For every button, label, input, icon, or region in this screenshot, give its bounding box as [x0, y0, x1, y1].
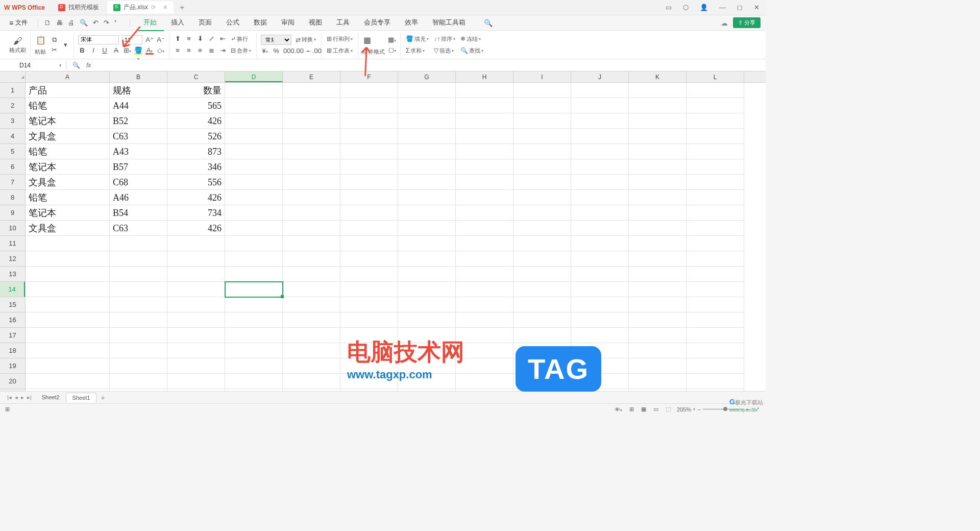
- cell-A4[interactable]: 文具盒: [26, 129, 110, 144]
- preview-icon[interactable]: 🔍: [80, 19, 88, 27]
- row-header-14[interactable]: 14: [0, 282, 25, 297]
- cell-K3[interactable]: [629, 113, 687, 129]
- cell-A19[interactable]: [26, 358, 110, 374]
- minimize-button[interactable]: —: [717, 3, 728, 12]
- cell-I4[interactable]: [513, 129, 571, 144]
- cell-K11[interactable]: [629, 236, 687, 251]
- cell-K5[interactable]: [629, 144, 687, 159]
- percent-icon[interactable]: %: [272, 47, 280, 55]
- cell-L16[interactable]: [687, 312, 744, 328]
- search-icon[interactable]: 🔍: [484, 19, 493, 27]
- col-header-H[interactable]: H: [456, 71, 513, 82]
- cell-D11[interactable]: [225, 236, 283, 251]
- cell-L5[interactable]: [687, 144, 744, 159]
- wrap-text-button[interactable]: ⤶ 换行: [230, 34, 249, 44]
- cell-C13[interactable]: [167, 267, 225, 282]
- cell-B13[interactable]: [110, 267, 167, 282]
- paste-dropdown-icon[interactable]: ▾: [61, 41, 69, 49]
- cell-J17[interactable]: [571, 328, 629, 343]
- cell-F11[interactable]: [340, 236, 398, 251]
- col-header-E[interactable]: E: [283, 71, 340, 82]
- col-header-C[interactable]: C: [167, 71, 225, 82]
- cell-E11[interactable]: [283, 236, 340, 251]
- cell-G9[interactable]: [398, 205, 456, 221]
- cell-L19[interactable]: [687, 358, 744, 374]
- cell-E2[interactable]: [283, 98, 340, 113]
- cell-E18[interactable]: [283, 343, 340, 358]
- cell-B10[interactable]: C63: [110, 221, 167, 236]
- cell-E8[interactable]: [283, 190, 340, 205]
- cell-B19[interactable]: [110, 358, 167, 374]
- cell-A11[interactable]: [26, 236, 110, 251]
- cell-J12[interactable]: [571, 251, 629, 267]
- cell-A16[interactable]: [26, 312, 110, 328]
- sheet-last-icon[interactable]: ▸|: [27, 394, 32, 401]
- col-header-I[interactable]: I: [513, 71, 571, 82]
- cell-H12[interactable]: [456, 251, 513, 267]
- menu-tab-8[interactable]: 会员专享: [357, 15, 398, 31]
- row-header-4[interactable]: 4: [0, 129, 25, 144]
- cell-F16[interactable]: [340, 312, 398, 328]
- justify-icon[interactable]: ≣: [207, 46, 215, 55]
- cell-C12[interactable]: [167, 251, 225, 267]
- cell-F5[interactable]: [340, 144, 398, 159]
- cell-G10[interactable]: [398, 221, 456, 236]
- format-table-icon[interactable]: ◻▾: [388, 46, 396, 54]
- cell-L9[interactable]: [687, 205, 744, 221]
- cell-G8[interactable]: [398, 190, 456, 205]
- cell-F17[interactable]: [340, 328, 398, 343]
- cell-D5[interactable]: [225, 144, 283, 159]
- row-header-13[interactable]: 13: [0, 267, 25, 282]
- cell-B18[interactable]: [110, 343, 167, 358]
- cell-I1[interactable]: [513, 83, 571, 98]
- cell-D13[interactable]: [225, 267, 283, 282]
- cell-C20[interactable]: [167, 374, 225, 389]
- cell-F14[interactable]: [340, 282, 398, 297]
- cell-E19[interactable]: [283, 358, 340, 374]
- cell-D7[interactable]: [225, 175, 283, 190]
- row-header-8[interactable]: 8: [0, 190, 25, 205]
- sum-button[interactable]: Σ 求和▾: [405, 46, 430, 56]
- cell-C9[interactable]: 734: [167, 205, 225, 221]
- cell-B17[interactable]: [110, 328, 167, 343]
- row-header-6[interactable]: 6: [0, 159, 25, 175]
- cell-B6[interactable]: B57: [110, 159, 167, 175]
- align-middle-icon[interactable]: ≡: [185, 35, 193, 43]
- print-icon[interactable]: 🖨: [68, 19, 75, 27]
- orientation-icon[interactable]: ⤢: [207, 35, 215, 43]
- cell-J14[interactable]: [571, 282, 629, 297]
- strikethrough-icon[interactable]: A̶: [112, 46, 120, 55]
- cell-F1[interactable]: [340, 83, 398, 98]
- cell-D16[interactable]: [225, 312, 283, 328]
- cell-D17[interactable]: [225, 328, 283, 343]
- cell-L17[interactable]: [687, 328, 744, 343]
- cell-E3[interactable]: [283, 113, 340, 129]
- cell-G7[interactable]: [398, 175, 456, 190]
- sort-button[interactable]: ↓↑ 排序▾: [433, 34, 456, 44]
- cell-E20[interactable]: [283, 374, 340, 389]
- cell-D4[interactable]: [225, 129, 283, 144]
- cell-I9[interactable]: [513, 205, 571, 221]
- cell-D8[interactable]: [225, 190, 283, 205]
- cell-K17[interactable]: [629, 328, 687, 343]
- cell-I18[interactable]: [513, 343, 571, 358]
- border-icon[interactable]: ⊞▾: [123, 46, 131, 55]
- cell-style-icon[interactable]: ▦▾: [388, 36, 396, 44]
- cell-B11[interactable]: [110, 236, 167, 251]
- find-button[interactable]: 🔍 查找▾: [459, 46, 484, 56]
- cell-D20[interactable]: [225, 374, 283, 389]
- cell-K20[interactable]: [629, 374, 687, 389]
- cell-J6[interactable]: [571, 159, 629, 175]
- cell-K6[interactable]: [629, 159, 687, 175]
- clear-format-icon[interactable]: ◇▾: [157, 46, 165, 55]
- cell-I14[interactable]: [513, 282, 571, 297]
- cell-K15[interactable]: [629, 297, 687, 312]
- cell-K7[interactable]: [629, 175, 687, 190]
- cell-B1[interactable]: 规格: [110, 83, 167, 98]
- cell-G19[interactable]: [398, 358, 456, 374]
- cell-J20[interactable]: [571, 374, 629, 389]
- cube-icon[interactable]: ⬡: [681, 3, 691, 12]
- view-normal-icon[interactable]: ⊞: [628, 405, 635, 414]
- cell-C15[interactable]: [167, 297, 225, 312]
- cell-C6[interactable]: 346: [167, 159, 225, 175]
